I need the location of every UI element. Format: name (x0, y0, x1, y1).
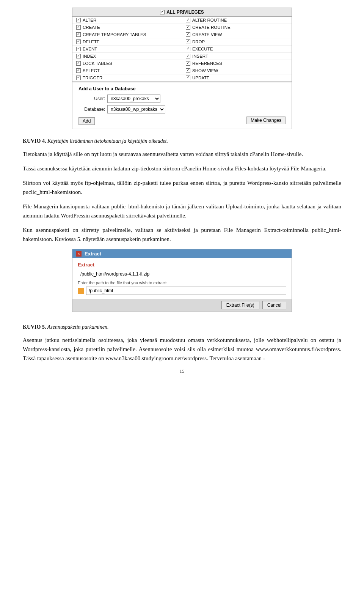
priv-checkbox (186, 39, 190, 44)
priv-row: DROP (182, 38, 292, 46)
caption-2-number: KUVIO 5. (23, 324, 46, 330)
paragraph-5: Kun asennuspaketti on siirretty palvelim… (23, 225, 341, 244)
all-privileges-checkbox (160, 10, 165, 14)
extract-path-input[interactable] (78, 270, 286, 278)
caption-2-text: Asennuspaketin purkaminen. (46, 324, 108, 330)
extract-close-button[interactable]: × (76, 251, 82, 257)
priv-label: EVENT (83, 47, 97, 51)
all-privileges-label: ALL PRIVILEGES (166, 9, 204, 15)
priv-checkbox (76, 68, 81, 73)
priv-row: EXECUTE (182, 46, 292, 53)
priv-row: EVENT (72, 46, 182, 53)
database-label: Database: (78, 107, 105, 112)
priv-row: LOCK TABLES (72, 60, 182, 67)
priv-row: INSERT (182, 53, 292, 60)
extract-screenshot: × Extract Extract Enter the path to the … (72, 249, 292, 312)
extract-section-title: Extract (78, 262, 286, 268)
extract-title: Extract (85, 251, 101, 257)
priv-checkbox (76, 47, 81, 51)
priv-checkbox (186, 47, 190, 51)
priv-label: UPDATE (192, 76, 210, 80)
priv-label: CREATE ROUTINE (192, 25, 231, 30)
privileges-screenshot: ALL PRIVILEGES ALTER CREATE CREATE TEMPO… (72, 8, 292, 82)
priv-label: ALTER ROUTINE (192, 18, 227, 22)
priv-checkbox (76, 18, 81, 22)
page-number: 15 (23, 368, 341, 374)
priv-label: CREATE (83, 25, 100, 30)
priv-row: SELECT (72, 67, 182, 74)
priv-checkbox (76, 61, 81, 66)
priv-checkbox (76, 32, 81, 37)
make-changes-button[interactable]: Make Changes (246, 117, 286, 124)
database-select[interactable]: n3kasa00_wp_prokaks (107, 105, 165, 113)
paragraph-after-extract: Asennus jatkuu nettiselaimella osoittees… (23, 336, 341, 363)
add-user-footer: Add Make Changes (78, 116, 286, 125)
priv-checkbox (186, 25, 190, 30)
paragraph-1: Tietokanta ja käyttäjä sille on nyt luot… (23, 150, 341, 159)
caption-1: KUVIO 4. Käyttäjän lisääminen tietokanta… (23, 138, 341, 144)
priv-label: CREATE TEMPORARY TABLES (83, 32, 146, 37)
priv-label: CREATE VIEW (192, 32, 222, 37)
paragraph-3: Siirtoon voi käyttää myös ftp-ohjelmaa, … (23, 178, 341, 197)
priv-label: ALTER (83, 18, 96, 22)
user-label: User: (78, 96, 105, 101)
priv-row: UPDATE (182, 74, 292, 81)
priv-left-col: ALTER CREATE CREATE TEMPORARY TABLES DEL… (72, 17, 182, 81)
priv-label: DELETE (83, 39, 100, 44)
database-row: Database: n3kasa00_wp_prokaks (78, 105, 286, 113)
extract-cancel-button[interactable]: Cancel (262, 301, 286, 309)
priv-row: TRIGGER (72, 74, 182, 81)
caption-2: KUVIO 5. Asennuspaketin purkaminen. (23, 324, 341, 330)
priv-row: SHOW VIEW (182, 67, 292, 74)
priv-checkbox (186, 18, 190, 22)
priv-checkbox (186, 32, 190, 37)
priv-right-col: ALTER ROUTINE CREATE ROUTINE CREATE VIEW… (182, 17, 292, 81)
extract-files-button[interactable]: Extract File(s) (221, 301, 259, 309)
priv-label: EXECUTE (192, 47, 213, 51)
add-user-section: Add a User to a Database User: n3kasa00_… (72, 82, 292, 129)
priv-checkbox (76, 39, 81, 44)
priv-label: SHOW VIEW (192, 68, 218, 73)
priv-row: INDEX (72, 53, 182, 60)
privileges-table: ALTER CREATE CREATE TEMPORARY TABLES DEL… (72, 17, 292, 82)
extract-body: Extract Enter the path to the file that … (72, 258, 292, 299)
priv-label: REFERENCES (192, 61, 222, 66)
paragraph-4: File Managerin kansiopuusta valitaan pub… (23, 202, 341, 220)
priv-checkbox (76, 76, 81, 80)
priv-checkbox (186, 68, 190, 73)
home-icon (78, 288, 84, 294)
user-row: User: n3kasa00_prokaks (78, 95, 286, 103)
priv-row: CREATE ROUTINE (182, 24, 292, 31)
priv-label: TRIGGER (83, 76, 102, 80)
priv-row: ALTER (72, 17, 182, 24)
priv-row: REFERENCES (182, 60, 292, 67)
priv-label: DROP (192, 39, 205, 44)
priv-checkbox (186, 61, 190, 66)
extract-dest-row (78, 287, 286, 295)
priv-row: CREATE (72, 24, 182, 31)
priv-row: CREATE TEMPORARY TABLES (72, 31, 182, 38)
extract-hint: Enter the path to the file that you wish… (78, 280, 286, 285)
priv-row: ALTER ROUTINE (182, 17, 292, 24)
add-user-title: Add a User to a Database (78, 86, 286, 91)
priv-checkbox (186, 54, 190, 58)
add-button[interactable]: Add (78, 117, 95, 125)
priv-checkbox (76, 54, 81, 58)
priv-label: INDEX (83, 54, 96, 58)
priv-label: LOCK TABLES (83, 61, 112, 66)
priv-checkbox (186, 76, 190, 80)
priv-row: CREATE VIEW (182, 31, 292, 38)
priv-row: DELETE (72, 38, 182, 46)
priv-label: INSERT (192, 54, 208, 58)
privileges-header: ALL PRIVILEGES (72, 8, 292, 17)
caption-1-number: KUVIO 4. (23, 138, 46, 144)
extract-footer: Extract File(s) Cancel (72, 299, 292, 312)
caption-1-text: Käyttäjän lisääminen tietokantaan ja käy… (46, 138, 168, 144)
priv-label: SELECT (83, 68, 100, 73)
extract-titlebar: × Extract (72, 249, 292, 258)
user-select[interactable]: n3kasa00_prokaks (107, 95, 160, 103)
priv-checkbox (76, 25, 81, 30)
extract-dest-input[interactable] (86, 287, 286, 295)
paragraph-2: Tässä asennuksessa käytetään aiemmin lad… (23, 164, 341, 173)
